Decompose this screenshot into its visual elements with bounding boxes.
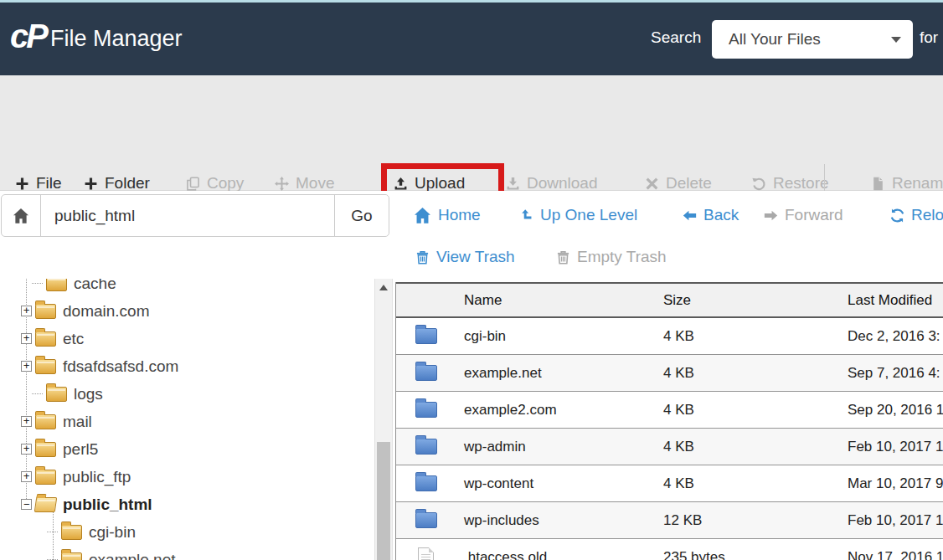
app-header: cP File Manager Search All Your Files fo… [0,3,943,75]
search-label: Search [651,28,701,47]
search-for-label: for [920,28,938,47]
tree-item[interactable]: public_ftp [0,463,374,491]
copy-icon [186,177,200,191]
back-link[interactable]: Back [683,206,739,224]
modified-column-header[interactable]: Last Modified [848,292,943,309]
tree-scrollbar[interactable] [374,279,393,560]
move-icon [275,177,289,191]
tree-item[interactable]: domain.com [0,297,374,325]
chevron-down-icon [891,37,901,43]
table-row[interactable]: wp-admin4 KBFeb 10, 2017 1 [396,429,943,465]
trash-icon [415,250,430,265]
tree-stub [32,393,43,394]
folder-icon [46,279,67,291]
tree-item[interactable]: logs [0,380,374,408]
home-link[interactable]: Home [414,206,481,224]
folder-icon [35,331,56,347]
tree-item[interactable]: mail [0,408,374,435]
file-list-table: Name Size Last Modified cgi-bin4 KBDec 2… [395,282,943,560]
upload-button[interactable]: Upload [394,174,465,193]
table-row[interactable]: wp-content4 KBMar 10, 2017 9 [396,465,943,502]
collapse-toggle-icon[interactable] [21,499,32,510]
name-column-header[interactable]: Name [464,292,663,309]
table-row[interactable]: wp-includes12 KBFeb 10, 2017 1 [396,502,943,539]
open-folder-icon [34,497,58,512]
rename-button[interactable]: Rename [871,174,943,193]
folder-icon [415,475,437,491]
scrollbar-thumb[interactable] [377,442,390,560]
expand-toggle-icon[interactable] [21,333,32,344]
tree-item[interactable]: fdsafdsafsd.com [0,352,374,380]
upload-icon [394,177,408,191]
tree-stub [32,283,43,284]
tree-item[interactable]: cache [0,279,374,297]
home-icon [414,207,431,224]
expand-toggle-icon[interactable] [21,471,32,482]
expand-toggle-icon[interactable] [21,361,32,372]
tree-stub [47,532,58,532]
file-manager-window: cP File Manager Search All Your Files fo… [0,0,943,560]
go-button[interactable]: Go [334,195,389,236]
folder-icon [61,525,82,540]
up-one-level-link[interactable]: Up One Level [519,206,637,224]
folder-icon [35,470,56,485]
table-row[interactable]: .htaccess.old235 bytesNov 17, 2016 1 [396,539,943,560]
view-trash-link[interactable]: View Trash [415,248,515,266]
expand-toggle-icon[interactable] [21,444,32,455]
folder-icon [46,387,67,402]
trash-icon [556,250,570,265]
navigation-bar: Go Home Up One Level Back Forward Reload… [0,191,943,279]
reload-link[interactable]: Reload [890,206,943,224]
x-icon [645,177,659,191]
folder-icon [415,365,437,381]
table-row[interactable]: example.net4 KBSep 7, 2016 4: [396,355,943,392]
restore-icon [752,177,766,191]
expand-toggle-icon[interactable] [21,306,32,316]
path-input-group: Go [1,194,389,237]
search-scope-select[interactable]: All Your Files [712,20,913,59]
file-icon [418,547,434,560]
folder-icon [415,512,437,528]
empty-trash-link[interactable]: Empty Trash [556,248,667,266]
plus-icon [84,177,98,191]
table-row[interactable]: cgi-bin4 KBDec 2, 2016 3: [396,318,943,355]
download-icon [506,177,520,191]
tree-item[interactable]: example.net [0,546,374,560]
folder-tree: cache domain.com etc fdsafdsafsd.com log… [0,279,374,560]
path-input[interactable] [41,195,334,236]
folder-icon [35,442,56,457]
tree-item[interactable]: perl5 [0,435,374,463]
right-arrow-icon [764,208,778,223]
tree-item[interactable]: etc [0,325,374,352]
folder-icon [415,439,437,455]
folder-icon [35,359,56,374]
reload-icon [890,208,904,223]
size-column-header[interactable]: Size [663,292,848,309]
page-title: File Manager [50,26,183,52]
folder-icon [61,552,82,560]
folder-button[interactable]: Folder [84,174,150,193]
cpanel-logo: cP [10,18,46,55]
table-header-row: Name Size Last Modified [396,282,943,318]
plus-icon [15,177,29,191]
file-button[interactable]: File [15,174,62,193]
restore-button[interactable]: Restore [752,174,829,193]
home-path-icon [2,195,41,236]
file-icon [871,177,885,191]
expand-toggle-icon[interactable] [21,416,32,427]
download-button[interactable]: Download [506,174,598,193]
tree-item-selected[interactable]: public_html [0,491,374,518]
copy-button[interactable]: Copy [186,174,244,193]
move-button[interactable]: Move [275,174,334,193]
toolbar: File Folder Copy Move Upload Download De… [0,75,943,191]
forward-link[interactable]: Forward [764,206,843,224]
tree-item[interactable]: cgi-bin [0,518,374,546]
folder-icon [35,414,56,429]
scroll-up-icon[interactable] [375,280,392,294]
left-arrow-icon [683,208,697,223]
search-scope-value: All Your Files [729,30,821,49]
table-row[interactable]: example2.com4 KBSep 20, 2016 1 [396,392,943,429]
up-arrow-icon [519,208,533,223]
delete-button[interactable]: Delete [645,174,712,193]
folder-icon [415,402,437,418]
